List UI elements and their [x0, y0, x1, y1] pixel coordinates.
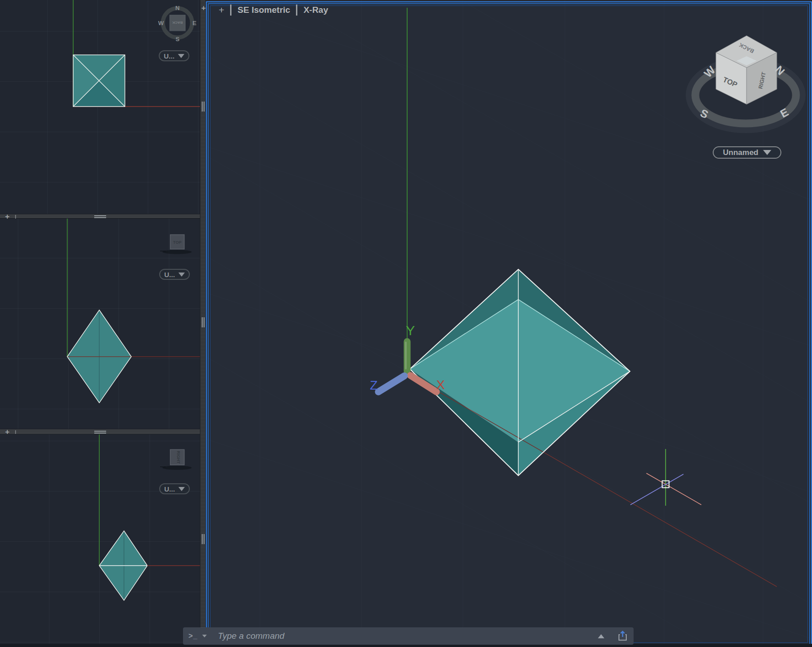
- chevron-down-icon: [763, 150, 771, 155]
- visual-style-control-label[interactable]: X-Ray: [303, 5, 328, 15]
- viewport-top[interactable]: TOP U...: [0, 219, 200, 429]
- expand-history-icon[interactable]: [598, 634, 604, 638]
- axis-label-y: Y: [406, 323, 415, 338]
- splitter-grab-handle[interactable]: [201, 317, 205, 327]
- divider: [230, 5, 231, 16]
- ucs-dropdown-label: U...: [164, 271, 175, 278]
- recent-commands-caret-icon[interactable]: [202, 635, 207, 637]
- viewport-top-canvas: TOP: [0, 219, 200, 429]
- octahedron-model[interactable]: [407, 269, 777, 587]
- octahedron-right-view[interactable]: [99, 531, 147, 600]
- viewcube[interactable]: BACK TOP RIGHT W N S E: [692, 36, 800, 127]
- viewport-right-canvas: RIGHT: [0, 434, 200, 647]
- chevron-down-icon: [178, 54, 184, 58]
- compass-n[interactable]: N: [175, 5, 179, 11]
- command-prompt-icon[interactable]: >_: [188, 632, 198, 640]
- add-viewport-button[interactable]: +: [5, 430, 10, 434]
- ucs-dropdown[interactable]: U...: [159, 269, 190, 280]
- vertical-splitter[interactable]: +: [200, 0, 206, 647]
- compass-w[interactable]: W: [158, 20, 164, 27]
- octahedron-back-view[interactable]: [73, 55, 125, 107]
- command-line-bar[interactable]: >_: [183, 627, 634, 645]
- divider: [296, 5, 297, 16]
- mini-viewcube[interactable]: TOP: [160, 235, 192, 254]
- chevron-down-icon: [178, 273, 185, 277]
- splitter-tick: [15, 215, 16, 219]
- chevron-down-icon: [178, 487, 185, 491]
- splitter-grab-handle[interactable]: [201, 534, 205, 544]
- viewport-right[interactable]: RIGHT U...: [0, 434, 200, 647]
- ucs-dropdown[interactable]: U...: [159, 483, 190, 494]
- add-viewport-button[interactable]: +: [201, 6, 206, 11]
- model-space-canvas: Y X Z BACK TOP RIGHT W N S E: [206, 0, 812, 647]
- compass-s[interactable]: S: [176, 36, 180, 43]
- viewport-controls-menu[interactable]: +: [219, 5, 224, 16]
- mini-viewcube[interactable]: RIGHT: [160, 449, 192, 470]
- viewport-main-se-isometric[interactable]: + SE Isometric X-Ray: [206, 0, 812, 647]
- splitter-grab-handle[interactable]: [94, 215, 106, 219]
- viewport-controls: + SE Isometric X-Ray: [219, 5, 328, 16]
- ucs-dropdown-label: U...: [164, 485, 175, 493]
- viewport-back[interactable]: BACK N S W E U...: [0, 0, 200, 214]
- splitter-tick: [15, 430, 16, 434]
- autocad-workspace: BACK N S W E U... +: [0, 0, 812, 647]
- ucs-dropdown-label: U...: [164, 52, 174, 60]
- splitter-grab-handle[interactable]: [94, 430, 106, 434]
- crosshair-cursor: [630, 449, 701, 506]
- ucs-dropdown[interactable]: U...: [159, 50, 189, 61]
- mini-cube-face-label[interactable]: TOP: [173, 240, 181, 245]
- axis-label-x: X: [436, 378, 445, 392]
- z-axis-cylinder: [378, 376, 404, 392]
- view-control-label[interactable]: SE Isometric: [237, 5, 290, 15]
- mini-cube-face-label[interactable]: BACK: [172, 21, 183, 25]
- share-icon[interactable]: [617, 631, 628, 642]
- compass-e[interactable]: E: [193, 20, 197, 27]
- mini-cube-face-label[interactable]: RIGHT: [176, 451, 181, 464]
- splitter-grab-handle[interactable]: [201, 102, 205, 112]
- command-input[interactable]: [218, 631, 593, 641]
- named-view-dropdown[interactable]: Unnamed: [713, 146, 781, 159]
- mini-viewcube-compass[interactable]: BACK N S W E: [158, 5, 197, 43]
- named-view-label: Unnamed: [723, 148, 758, 157]
- viewport-back-canvas: BACK N S W E: [0, 0, 200, 214]
- horizontal-splitter-1[interactable]: +: [0, 214, 206, 219]
- horizontal-splitter-2[interactable]: +: [0, 429, 206, 434]
- axis-label-z: Z: [370, 378, 377, 392]
